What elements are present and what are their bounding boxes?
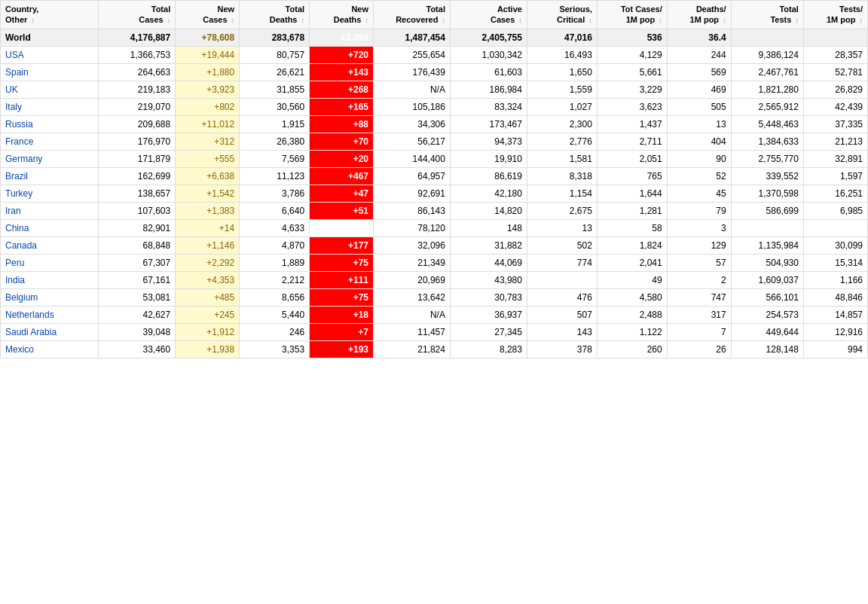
col-header-new-deaths[interactable]: NewDeaths ↕ bbox=[310, 1, 374, 29]
active-cases-cell: 43,980 bbox=[450, 271, 527, 288]
col-header-tot-cases-1m[interactable]: Tot Cases/1M pop ↕ bbox=[597, 1, 667, 29]
col-header-country[interactable]: Country,Other ↕ bbox=[1, 1, 99, 29]
country-cell: Italy bbox=[1, 98, 99, 115]
country-cell: USA bbox=[1, 46, 99, 63]
col-header-total-cases[interactable]: TotalCases ↓ bbox=[99, 1, 176, 29]
country-link[interactable]: Mexico bbox=[5, 344, 34, 355]
country-link[interactable]: Canada bbox=[5, 240, 37, 251]
col-header-total-tests[interactable]: TotalTests ↕ bbox=[731, 1, 803, 29]
col-header-tests-1m[interactable]: Tests/1M pop ↕ bbox=[803, 1, 867, 29]
total-deaths-cell: 1,915 bbox=[240, 115, 310, 133]
tests-1m-cell: 12,916 bbox=[803, 323, 867, 340]
total-cases-cell: 219,070 bbox=[99, 98, 176, 115]
total-recovered-cell: 21,824 bbox=[374, 340, 451, 358]
total-deaths-cell: 26,621 bbox=[240, 63, 310, 81]
table-row: Spain 264,663 +1,880 26,621 +143 176,439… bbox=[1, 63, 868, 81]
new-cases-cell: +19,444 bbox=[176, 46, 240, 63]
country-link[interactable]: Peru bbox=[5, 258, 24, 268]
table-row: France 176,970 +312 26,380 +70 56,217 94… bbox=[1, 133, 868, 150]
serious-critical-cell: 16,493 bbox=[527, 46, 597, 63]
sort-icon-total-cases: ↓ bbox=[167, 17, 171, 26]
tot-cases-1m-cell: 3,229 bbox=[597, 81, 667, 98]
tests-1m-cell: 1,166 bbox=[803, 271, 867, 288]
country-link[interactable]: USA bbox=[5, 50, 24, 60]
new-deaths-cell: +143 bbox=[310, 63, 374, 81]
col-header-new-cases-label: NewCases bbox=[203, 5, 234, 24]
serious-critical-cell: 2,300 bbox=[527, 115, 597, 133]
tot-cases-1m-cell: 1,281 bbox=[597, 202, 667, 219]
col-header-serious-critical[interactable]: Serious,Critical ↕ bbox=[527, 1, 597, 29]
tests-1m-cell: 994 bbox=[803, 340, 867, 358]
country-link[interactable]: China bbox=[5, 223, 29, 233]
country-link[interactable]: Brazil bbox=[5, 171, 28, 182]
country-link[interactable]: Iran bbox=[5, 206, 21, 216]
table-row: Saudi Arabia 39,048 +1,912 246 +7 11,457… bbox=[1, 323, 868, 340]
country-link[interactable]: Netherlands bbox=[5, 310, 54, 320]
country-link[interactable]: Spain bbox=[5, 67, 29, 78]
col-header-total-tests-label: TotalTests bbox=[770, 5, 798, 24]
total-tests-cell: 128,148 bbox=[731, 340, 803, 358]
total-recovered-cell: 20,969 bbox=[374, 271, 451, 288]
serious-critical-cell: 1,154 bbox=[527, 185, 597, 202]
total-recovered-cell: 32,096 bbox=[374, 236, 451, 254]
total-recovered-cell: 56,217 bbox=[374, 133, 451, 150]
country-cell: Canada bbox=[1, 236, 99, 254]
world-deaths-1m: 36.4 bbox=[667, 29, 731, 46]
total-cases-cell: 176,970 bbox=[99, 133, 176, 150]
header-row: Country,Other ↕ TotalCases ↓ NewCases ↕ … bbox=[1, 1, 868, 29]
country-link[interactable]: Russia bbox=[5, 119, 33, 130]
deaths-1m-cell: 404 bbox=[667, 133, 731, 150]
col-header-active-cases[interactable]: ActiveCases ↕ bbox=[450, 1, 527, 29]
tot-cases-1m-cell: 1,122 bbox=[597, 323, 667, 340]
country-link[interactable]: UK bbox=[5, 84, 18, 95]
world-serious-critical: 47,016 bbox=[527, 29, 597, 46]
col-header-total-recovered[interactable]: TotalRecovered ↕ bbox=[374, 1, 451, 29]
new-cases-cell: +1,880 bbox=[176, 63, 240, 81]
country-link[interactable]: India bbox=[5, 275, 25, 285]
world-tot-cases-1m: 536 bbox=[597, 29, 667, 46]
country-link[interactable]: Germany bbox=[5, 154, 42, 164]
country-cell: UK bbox=[1, 81, 99, 98]
total-deaths-cell: 11,123 bbox=[240, 167, 310, 185]
deaths-1m-cell: 45 bbox=[667, 185, 731, 202]
col-header-active-cases-label: ActiveCases bbox=[491, 5, 522, 24]
col-header-deaths-1m[interactable]: Deaths/1M pop ↕ bbox=[667, 1, 731, 29]
new-cases-cell: +1,912 bbox=[176, 323, 240, 340]
new-deaths-cell bbox=[310, 219, 374, 236]
serious-critical-cell bbox=[527, 271, 597, 288]
total-deaths-cell: 2,212 bbox=[240, 271, 310, 288]
new-deaths-cell: +70 bbox=[310, 133, 374, 150]
country-link[interactable]: Belgium bbox=[5, 292, 38, 303]
tests-1m-cell: 14,857 bbox=[803, 306, 867, 323]
table-row: Turkey 138,657 +1,542 3,786 +47 92,691 4… bbox=[1, 185, 868, 202]
sort-icon-deaths-1m: ↕ bbox=[723, 17, 726, 26]
new-cases-cell: +4,353 bbox=[176, 271, 240, 288]
new-cases-cell: +14 bbox=[176, 219, 240, 236]
serious-critical-cell: 1,581 bbox=[527, 150, 597, 167]
total-deaths-cell: 6,640 bbox=[240, 202, 310, 219]
col-header-new-cases[interactable]: NewCases ↕ bbox=[176, 1, 240, 29]
tot-cases-1m-cell: 3,623 bbox=[597, 98, 667, 115]
new-deaths-cell: +20 bbox=[310, 150, 374, 167]
total-tests-cell: 586,699 bbox=[731, 202, 803, 219]
country-link[interactable]: Italy bbox=[5, 102, 22, 112]
total-deaths-cell: 26,380 bbox=[240, 133, 310, 150]
col-header-total-deaths[interactable]: TotalDeaths ↕ bbox=[240, 1, 310, 29]
total-recovered-cell: N/A bbox=[374, 81, 451, 98]
total-deaths-cell: 4,870 bbox=[240, 236, 310, 254]
tot-cases-1m-cell: 4,129 bbox=[597, 46, 667, 63]
tot-cases-1m-cell: 2,051 bbox=[597, 150, 667, 167]
country-link[interactable]: Turkey bbox=[5, 188, 32, 199]
total-recovered-cell: 176,439 bbox=[374, 63, 451, 81]
deaths-1m-cell: 7 bbox=[667, 323, 731, 340]
country-link[interactable]: France bbox=[5, 136, 33, 147]
total-deaths-cell: 1,889 bbox=[240, 254, 310, 271]
table-row: Canada 68,848 +1,146 4,870 +177 32,096 3… bbox=[1, 236, 868, 254]
deaths-1m-cell: 244 bbox=[667, 46, 731, 63]
new-cases-cell: +245 bbox=[176, 306, 240, 323]
new-cases-cell: +3,923 bbox=[176, 81, 240, 98]
active-cases-cell: 148 bbox=[450, 219, 527, 236]
new-cases-cell: +1,938 bbox=[176, 340, 240, 358]
country-link[interactable]: Saudi Arabia bbox=[5, 327, 57, 337]
deaths-1m-cell: 13 bbox=[667, 115, 731, 133]
